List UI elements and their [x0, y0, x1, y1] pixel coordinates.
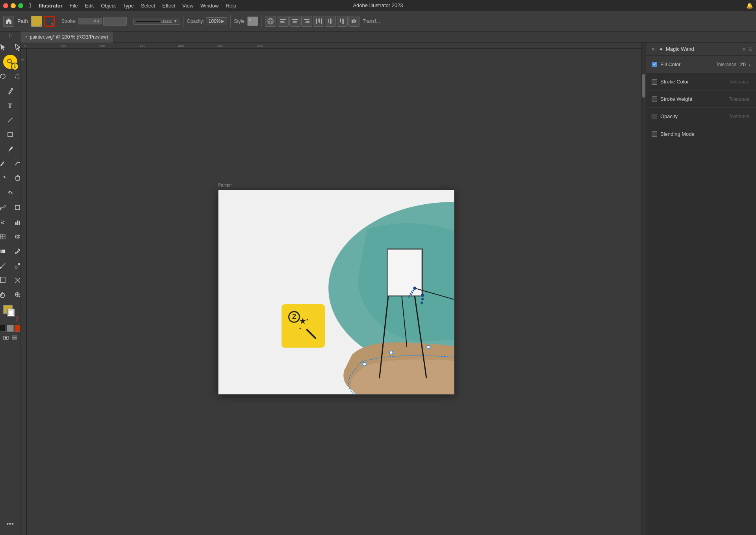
- reshape-tool-button[interactable]: [11, 171, 21, 185]
- warp-tool-button[interactable]: [3, 186, 17, 200]
- rectangle-tool-button[interactable]: [3, 128, 17, 142]
- menu-effect[interactable]: Effect: [159, 2, 178, 9]
- align-center-button[interactable]: [289, 16, 300, 27]
- distribute-button[interactable]: [348, 16, 359, 27]
- slice-tool-button[interactable]: [11, 273, 21, 287]
- svg-text:600: 600: [257, 44, 263, 48]
- selection-tool-button[interactable]: [0, 40, 10, 54]
- tools-collapse-row: ⟨⟩: [9, 33, 12, 38]
- gradient-tools-row: [0, 244, 20, 258]
- svg-point-40: [1, 222, 3, 224]
- align-right-button[interactable]: [301, 16, 312, 27]
- menu-select[interactable]: Select: [138, 2, 158, 9]
- tools-collapse-icon[interactable]: ⟨⟩: [9, 33, 12, 38]
- fill-color-expand-arrow[interactable]: ›: [749, 62, 750, 67]
- lasso-tool-button[interactable]: [0, 69, 10, 83]
- align-left-button[interactable]: [278, 16, 289, 27]
- hand-tool-button[interactable]: [0, 288, 10, 302]
- smooth-tool-button[interactable]: [11, 157, 21, 171]
- menu-file[interactable]: File: [67, 2, 81, 9]
- paintbrush-tool-button[interactable]: [3, 142, 17, 156]
- zoom-tool-button[interactable]: [11, 288, 21, 302]
- mesh-tool-button[interactable]: [0, 230, 10, 244]
- apple-menu-icon[interactable]: : [29, 2, 31, 9]
- menu-help[interactable]: Help: [222, 2, 239, 9]
- stroke-weight-checkbox[interactable]: [652, 96, 657, 102]
- menu-object[interactable]: Object: [98, 2, 119, 9]
- more-tools-button[interactable]: •••: [3, 517, 17, 531]
- fill-color-swatch[interactable]: ▼: [31, 16, 42, 27]
- style-dropdown[interactable]: ▼: [247, 17, 258, 26]
- panel-header-actions: « ≡: [743, 46, 752, 53]
- fill-color-section: ▼: [31, 16, 42, 27]
- panel-collapse-button[interactable]: «: [743, 46, 745, 52]
- stroke-weight-row: Stroke Weight Tolerance:: [646, 91, 756, 108]
- type-tool-button[interactable]: T: [3, 98, 17, 113]
- svg-line-64: [19, 296, 20, 298]
- svg-rect-18: [332, 19, 332, 24]
- line-tool-button[interactable]: [3, 113, 17, 127]
- scroll-thumb[interactable]: [642, 74, 645, 98]
- measure-tool-button[interactable]: [0, 259, 10, 273]
- symbol-sprayer-button[interactable]: [0, 215, 10, 229]
- wand-icon: ✦: [659, 46, 663, 52]
- rotate-tool-button[interactable]: [0, 171, 10, 185]
- magic-wand-tool-button[interactable]: 1: [3, 55, 17, 69]
- minimize-window-button[interactable]: [11, 3, 16, 8]
- align-top-button[interactable]: [313, 16, 324, 27]
- pen-tool-button[interactable]: [3, 84, 17, 98]
- eyedropper-tool-button[interactable]: [11, 244, 21, 258]
- notification-icon[interactable]: 🔔: [746, 2, 753, 9]
- menu-view[interactable]: View: [179, 2, 196, 9]
- home-button[interactable]: [3, 16, 14, 27]
- artboard-tool-button[interactable]: [0, 273, 10, 287]
- scale-tool-button[interactable]: [0, 200, 10, 215]
- opacity-input[interactable]: 100% ▶: [206, 17, 228, 25]
- red-swatch[interactable]: [15, 325, 21, 332]
- fill-color-tolerance-value[interactable]: 20: [740, 61, 746, 67]
- svg-rect-5: [280, 22, 285, 23]
- canvas-scroll-area[interactable]: 0100200300400500600 0 Painter: [20, 43, 646, 535]
- svg-point-52: [15, 252, 17, 254]
- blend-tool-button[interactable]: [11, 259, 21, 273]
- stroke-fill-swatch[interactable]: [7, 309, 15, 317]
- align-bottom-button[interactable]: [337, 16, 348, 27]
- no-color-icon[interactable]: /: [16, 316, 18, 323]
- shape-builder-button[interactable]: [11, 230, 21, 244]
- black-swatch[interactable]: [0, 325, 6, 332]
- menu-edit[interactable]: Edit: [82, 2, 97, 9]
- magic-lasso-button[interactable]: [11, 69, 21, 83]
- svg-point-107: [421, 301, 423, 304]
- align-middle-button[interactable]: [325, 16, 336, 27]
- stroke-color-swatch[interactable]: ▼: [44, 16, 55, 27]
- pencil-tool-button[interactable]: [0, 157, 10, 171]
- fill-color-checkbox[interactable]: [652, 62, 657, 67]
- close-tab-icon[interactable]: ×: [25, 35, 28, 39]
- artwork-canvas[interactable]: ✦ ✦ ✦ 2: [218, 190, 454, 394]
- svg-rect-31: [16, 176, 20, 180]
- stroke-line-style[interactable]: Basic ▼: [133, 18, 180, 25]
- stroke-color-checkbox[interactable]: [652, 79, 657, 85]
- screen-mode-button[interactable]: [2, 334, 10, 342]
- rotate-tools-row: [0, 171, 20, 185]
- gray-swatch[interactable]: [7, 325, 14, 332]
- panel-close-button[interactable]: ×: [650, 46, 656, 52]
- opacity-checkbox[interactable]: [652, 114, 657, 119]
- vertical-scrollbar[interactable]: [641, 43, 646, 535]
- direct-selection-tool-button[interactable]: [11, 40, 21, 54]
- menu-type[interactable]: Type: [120, 2, 137, 9]
- close-window-button[interactable]: [3, 3, 8, 8]
- column-graph-button[interactable]: [11, 215, 21, 229]
- stroke-width-dropdown[interactable]: [103, 17, 127, 26]
- stroke-value-input[interactable]: ⬆⬇: [78, 18, 102, 24]
- menu-illustrator[interactable]: Illustrator: [36, 2, 66, 9]
- maximize-window-button[interactable]: [18, 3, 23, 8]
- panel-menu-button[interactable]: ≡: [749, 46, 752, 53]
- blending-mode-checkbox[interactable]: [652, 131, 657, 137]
- document-tab[interactable]: × painter.svg* @ 200 % (RGB/Preview): [20, 31, 113, 43]
- free-transform-button[interactable]: [11, 200, 21, 215]
- gradient-tool-button[interactable]: [0, 244, 10, 258]
- layer-icon[interactable]: [11, 334, 19, 342]
- globe-button[interactable]: [265, 16, 276, 27]
- menu-window[interactable]: Window: [197, 2, 222, 9]
